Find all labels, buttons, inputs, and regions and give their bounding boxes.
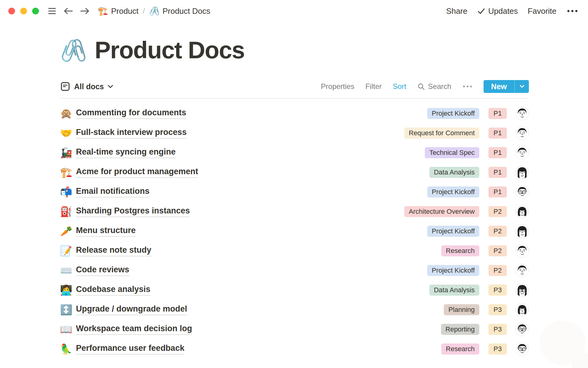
doc-emoji-icon: ⌨️ — [60, 266, 76, 275]
doc-emoji-icon: 👩‍💻 — [60, 285, 76, 295]
doc-emoji-icon: 🦜 — [60, 344, 76, 354]
view-switcher[interactable]: All docs — [60, 81, 113, 92]
doc-type-tag[interactable]: Project Kickoff — [427, 108, 479, 119]
assignee-avatar[interactable] — [515, 205, 529, 218]
doc-type-tag[interactable]: Reporting — [441, 324, 479, 335]
doc-title-link[interactable]: Codebase analysis — [76, 285, 150, 296]
assignee-avatar[interactable] — [515, 323, 529, 336]
new-chevron-down-icon[interactable] — [515, 80, 529, 93]
close-window-button[interactable] — [8, 8, 15, 14]
assignee-avatar[interactable] — [515, 224, 529, 238]
more-options-icon[interactable] — [566, 9, 579, 13]
priority-badge[interactable]: P3 — [488, 285, 507, 296]
zoom-window-button[interactable] — [32, 8, 39, 14]
doc-emoji-icon: ↕️ — [60, 305, 76, 315]
assignee-avatar[interactable] — [515, 283, 529, 297]
priority-badge[interactable]: P3 — [488, 304, 507, 315]
view-switcher-label: All docs — [74, 82, 104, 91]
priority-badge[interactable]: P2 — [488, 245, 507, 256]
doc-title-link[interactable]: Release note study — [76, 245, 151, 256]
priority-badge[interactable]: P1 — [488, 108, 507, 119]
doc-title-link[interactable]: Full-stack interview process — [76, 128, 187, 139]
doc-type-tag[interactable]: Research — [441, 343, 479, 355]
sidebar-menu-icon[interactable] — [47, 7, 57, 15]
doc-type-tag[interactable]: Project Kickoff — [427, 265, 479, 276]
priority-badge[interactable]: P1 — [488, 128, 507, 139]
minimize-window-button[interactable] — [20, 8, 27, 14]
table-row: 📬Email notificationsProject KickoffP1 — [60, 182, 529, 202]
priority-badge[interactable]: P1 — [488, 186, 507, 197]
doc-type-tag[interactable]: Data Analysis — [429, 285, 479, 296]
doc-title-link[interactable]: Performance user feedback — [76, 343, 184, 355]
back-arrow-icon[interactable] — [63, 7, 74, 15]
doc-title-link[interactable]: Upgrade / downgrade model — [76, 304, 187, 315]
doc-type-tag[interactable]: Planning — [444, 304, 479, 315]
priority-badge[interactable]: P2 — [488, 265, 507, 276]
toolbar-more-icon[interactable] — [462, 85, 473, 88]
doc-title-link[interactable]: Workspace team decision log — [76, 324, 192, 335]
favorite-button[interactable]: Favorite — [528, 6, 556, 16]
breadcrumb-item-product-docs[interactable]: 🖇️ Product Docs — [147, 5, 213, 17]
table-row: 🦜Performance user feedbackResearchP3 — [60, 339, 529, 359]
assignee-avatar[interactable] — [515, 303, 529, 316]
row-properties: Data AnalysisP3 — [429, 283, 529, 297]
priority-badge[interactable]: P3 — [488, 343, 507, 355]
search-icon — [417, 83, 425, 90]
doc-title-link[interactable]: Real-time syncing engine — [76, 147, 176, 158]
breadcrumb-label: Product Docs — [163, 6, 210, 16]
doc-type-tag[interactable]: Architecture Overview — [404, 206, 479, 217]
priority-badge[interactable]: P2 — [488, 206, 507, 217]
table-row: 📝Release note studyResearchP2 — [60, 241, 529, 261]
doc-type-tag[interactable]: Project Kickoff — [427, 226, 479, 237]
assignee-avatar[interactable] — [515, 185, 529, 199]
doc-title-link[interactable]: Acme for product management — [76, 167, 198, 178]
share-button[interactable]: Share — [446, 6, 467, 16]
priority-badge[interactable]: P1 — [488, 147, 507, 158]
table-row: 🏗️Acme for product managementData Analys… — [60, 163, 529, 182]
doc-emoji-icon: 📖 — [60, 324, 76, 334]
assignee-avatar[interactable] — [515, 166, 529, 179]
row-properties: Project KickoffP1 — [427, 107, 529, 120]
doc-type-tag[interactable]: Request for Comment — [404, 128, 479, 139]
doc-title-link[interactable]: Code reviews — [76, 265, 129, 276]
doc-emoji-icon: ⛽ — [60, 207, 76, 217]
table-row: ⌨️Code reviewsProject KickoffP2 — [60, 261, 529, 280]
doc-type-tag[interactable]: Technical Spec — [425, 147, 479, 158]
assignee-avatar[interactable] — [515, 264, 529, 277]
updates-button[interactable]: Updates — [477, 6, 518, 16]
assignee-avatar[interactable] — [515, 342, 529, 356]
doc-title-link[interactable]: Menu structure — [76, 226, 136, 237]
page-title[interactable]: Product Docs — [95, 36, 244, 64]
assignee-avatar[interactable] — [515, 244, 529, 258]
doc-emoji-icon: 📝 — [60, 246, 76, 256]
assignee-avatar[interactable] — [515, 126, 529, 140]
assignee-avatar[interactable] — [515, 146, 529, 159]
doc-title-link[interactable]: Sharding Postgres instances — [76, 206, 190, 217]
page-emoji-icon[interactable]: 🖇️ — [60, 40, 87, 61]
properties-button[interactable]: Properties — [321, 82, 354, 91]
list-view-icon — [60, 81, 70, 92]
priority-badge[interactable]: P3 — [488, 324, 507, 335]
doc-type-tag[interactable]: Project Kickoff — [427, 186, 479, 197]
filter-button[interactable]: Filter — [365, 82, 382, 91]
search-button[interactable]: Search — [417, 82, 451, 91]
priority-badge[interactable]: P1 — [488, 167, 507, 178]
priority-badge[interactable]: P2 — [488, 226, 507, 237]
breadcrumb: 🏗️ Product / 🖇️ Product Docs — [95, 5, 213, 17]
paperclips-emoji-icon: 🖇️ — [149, 7, 160, 15]
doc-title-link[interactable]: Commenting for documents — [76, 108, 186, 119]
row-properties: ReportingP3 — [441, 323, 529, 336]
favorite-label: Favorite — [528, 6, 556, 16]
new-button[interactable]: New — [484, 80, 529, 93]
doc-type-tag[interactable]: Research — [441, 245, 479, 256]
forward-arrow-icon[interactable] — [80, 7, 90, 15]
crane-emoji-icon: 🏗️ — [98, 7, 108, 15]
breadcrumb-item-product[interactable]: 🏗️ Product — [95, 5, 141, 17]
sort-button[interactable]: Sort — [393, 82, 406, 91]
doc-type-tag[interactable]: Data Analysis — [429, 167, 479, 178]
doc-title-link[interactable]: Email notifications — [76, 186, 149, 197]
doc-emoji-icon: 🙊 — [60, 109, 76, 118]
doc-emoji-icon: 🤝 — [60, 128, 76, 138]
share-label: Share — [446, 6, 467, 16]
assignee-avatar[interactable] — [515, 107, 529, 120]
